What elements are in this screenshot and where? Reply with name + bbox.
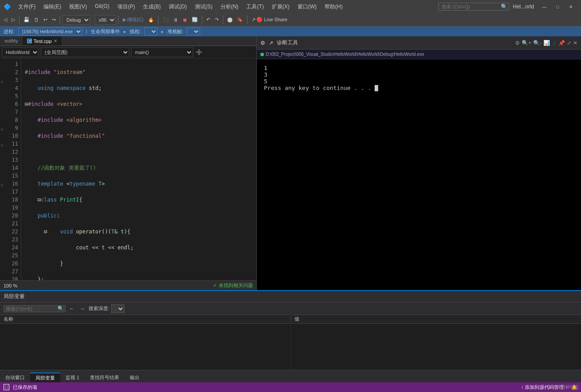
code-line-1: #include "iostream" [25, 68, 204, 76]
line-num-19: 19 [0, 204, 21, 212]
toolbar-redo[interactable]: ↪ [50, 16, 58, 23]
step-over[interactable]: ⬛ [161, 16, 170, 23]
line-num-2: 2 [0, 68, 21, 76]
continue-button[interactable]: ▶ 继续(C) [121, 16, 145, 24]
menu-tools[interactable]: 工具(T) [243, 2, 267, 12]
menu-git[interactable]: Git(G) [91, 2, 113, 12]
breakpoint-btn[interactable]: ⬤ [225, 16, 234, 23]
stack-separator: ▸ [161, 29, 164, 35]
tab-local-vars[interactable]: 局部变量 [30, 373, 60, 382]
diag-zoom-in[interactable]: 🔍+ [522, 40, 531, 46]
tab-xutility-label: xutility [4, 38, 18, 43]
menu-debug[interactable]: 调试(D) [165, 2, 190, 12]
menu-file[interactable]: 文件(F) [15, 2, 39, 12]
diag-link-icon[interactable]: ↗ [269, 40, 273, 46]
menu-help[interactable]: 帮助(H) [321, 2, 346, 12]
toolbar-sep-3 [118, 16, 119, 24]
menu-bar: 文件(F) 编辑(E) 视图(V) Git(G) 项目(P) 生成(B) 调试(… [15, 2, 346, 12]
console-line-4: Press any key to continue . . . [264, 85, 574, 91]
menu-test[interactable]: 测试(S) [191, 2, 216, 12]
bottom-search-bar: 🔍 ← → 搜索深度: [0, 303, 581, 315]
menu-window[interactable]: 窗口(W) [294, 2, 320, 12]
diag-chart-icon[interactable]: 📊 [543, 40, 550, 46]
line-num-23: 23 [0, 236, 21, 244]
scope-dropdown[interactable]: (全局范围) [41, 47, 129, 57]
tab-auto-window[interactable]: 自动窗口 [0, 373, 30, 382]
process-dropdown[interactable]: [16676] HelloWorld.exe [18, 27, 82, 35]
footer-status-bar: □ 已保存的项 ↑ 添加到源代码管理 ↑ 🔔 [0, 382, 581, 392]
tab-bar: xutility C Test.cpp ✕ [0, 36, 256, 46]
line-num-11: 11⊟ [0, 140, 21, 148]
close-button[interactable]: ✕ [564, 2, 577, 11]
console-line-3: 5 [264, 78, 574, 85]
lifecycle-events[interactable]: 生命周期事件 [91, 28, 120, 35]
restart-btn[interactable]: 🔄 [190, 16, 200, 23]
diag-title: 诊断工具 [277, 39, 298, 47]
config-dropdown[interactable]: Debug [62, 15, 90, 25]
search-depth-label: 搜索深度: [89, 305, 109, 312]
console-title-bar: D:\002_Project\006_Visual_Studio\HelloWo… [257, 50, 581, 59]
tab-watch-1[interactable]: 监视 1 [60, 373, 85, 382]
line-num-22: 22 [0, 228, 21, 236]
diag-expand-icon[interactable]: ⤢ [567, 40, 571, 46]
code-line-14: }; [25, 276, 204, 280]
code-line-10: public: [25, 212, 204, 220]
toolbar-save[interactable]: 💾 [22, 16, 31, 23]
thread-dropdown[interactable] [144, 27, 158, 35]
stack-dropdown[interactable] [187, 27, 200, 35]
toolbar-back[interactable]: ◁ [2, 16, 9, 23]
diag-header-right: ⚙ 🔍+ 🔍- 📊 | 📌 ⤢ ✕ [515, 40, 577, 46]
hot-reload-btn[interactable]: 🔥 [146, 16, 156, 23]
nav-forward-btn[interactable]: → [78, 306, 87, 312]
console-panel: D:\002_Project\006_Visual_Studio\HelloWo… [257, 50, 581, 290]
diag-close-icon[interactable]: ✕ [573, 40, 577, 46]
line-num-28: 28 [0, 276, 21, 280]
stop-btn[interactable]: ⏹ [181, 16, 189, 23]
title-bar-right: 🔍 Hel...orld — □ ✕ [438, 2, 577, 11]
menu-edit[interactable]: 编辑(E) [40, 2, 65, 12]
step-forward[interactable]: ↷ [213, 16, 221, 23]
add-scope-icon[interactable]: ➕ [195, 48, 203, 56]
minimize-button[interactable]: — [538, 2, 551, 11]
search-input[interactable] [438, 3, 509, 11]
bookmark-btn[interactable]: 🔖 [235, 16, 245, 23]
search-wrapper: 🔍 [4, 305, 66, 312]
toolbar-forward[interactable]: ▷ [10, 16, 17, 23]
tab-xutility[interactable]: xutility [0, 36, 23, 46]
function-dropdown[interactable]: main() [131, 47, 193, 57]
line-num-24: 24 [0, 244, 21, 252]
maximize-button[interactable]: □ [551, 2, 564, 11]
step-back[interactable]: ↶ [205, 16, 212, 23]
bottom-panel-title: 局部变量 [4, 293, 25, 300]
col-name-header: 名称 [0, 316, 291, 322]
file-dropdown[interactable]: HelloWorld [2, 47, 39, 57]
code-content[interactable]: #include "iostream" using namespace std;… [21, 58, 208, 280]
cursor-block [375, 85, 378, 91]
code-line-12: cout << t << endl; [25, 244, 204, 252]
toolbar-sep-1 [19, 16, 19, 24]
pause-btn[interactable]: ⏸ [171, 16, 180, 23]
menu-extensions[interactable]: 扩展(X) [268, 2, 293, 12]
bottom-panel-header: 局部变量 [0, 291, 581, 303]
toolbar-save-all[interactable]: 🗒 [32, 16, 41, 23]
tab-close-icon[interactable]: ✕ [54, 39, 57, 43]
tab-output[interactable]: 输出 [124, 373, 145, 382]
tab-test-cpp[interactable]: C Test.cpp ✕ [23, 36, 62, 46]
diag-settings-icon[interactable]: ⚙ [260, 40, 265, 46]
menu-analyze[interactable]: 分析(N) [217, 2, 242, 12]
nav-back-btn[interactable]: ← [67, 306, 76, 312]
tab-find-symbol[interactable]: 查找符号结果 [85, 373, 124, 382]
menu-project[interactable]: 项目(P) [114, 2, 139, 12]
toolbar-sep-4 [158, 16, 159, 24]
live-share-btn[interactable]: ↗ 🔴 Live Share [250, 16, 289, 23]
diag-gear-icon[interactable]: ⚙ [515, 40, 520, 46]
bottom-search-input[interactable] [4, 305, 66, 312]
line-num-20: 20 [0, 212, 21, 220]
search-depth-dropdown[interactable] [111, 304, 124, 313]
diag-zoom-out[interactable]: 🔍- [533, 40, 542, 46]
diag-pin-icon[interactable]: 📌 [558, 40, 565, 46]
menu-build[interactable]: 生成(B) [139, 2, 164, 12]
menu-view[interactable]: 视图(V) [66, 2, 90, 12]
toolbar-undo[interactable]: ↩ [42, 16, 49, 23]
platform-dropdown[interactable]: x86 [95, 15, 116, 25]
